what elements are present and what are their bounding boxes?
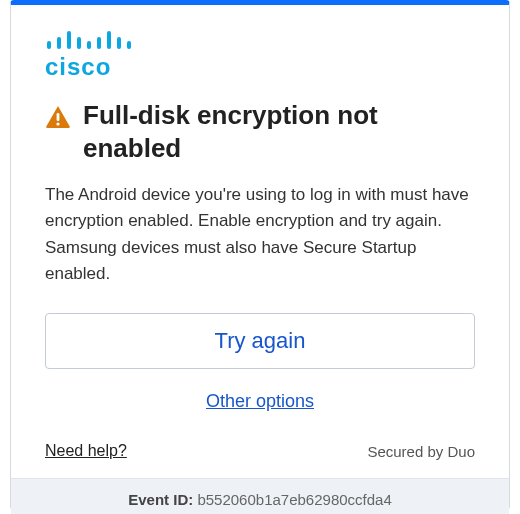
try-again-button[interactable]: Try again (45, 313, 475, 369)
svg-rect-0 (47, 41, 51, 49)
secondary-actions: Other options (45, 391, 475, 412)
need-help-link[interactable]: Need help? (45, 442, 127, 460)
alert-title: Full-disk encryption not enabled (83, 99, 475, 164)
svg-point-11 (56, 122, 59, 125)
event-id-value: b552060b1a7eb62980ccfda4 (197, 491, 391, 508)
footer: Need help? Secured by Duo (11, 428, 509, 478)
card-body: cisco Full-disk encryption not enabled T… (11, 5, 509, 428)
alert-description: The Android device you're using to log i… (45, 182, 475, 287)
svg-rect-10 (57, 113, 60, 121)
svg-rect-3 (77, 37, 81, 49)
alert-heading: Full-disk encryption not enabled (45, 99, 475, 164)
svg-rect-1 (57, 37, 61, 49)
svg-text:cisco: cisco (45, 53, 111, 79)
svg-rect-7 (117, 37, 121, 49)
svg-rect-4 (87, 41, 91, 49)
svg-rect-2 (67, 31, 71, 49)
warning-icon (45, 105, 71, 133)
event-id-bar: Event ID: b552060b1a7eb62980ccfda4 (11, 478, 509, 514)
secured-by-label: Secured by Duo (367, 443, 475, 460)
auth-prompt-card: cisco Full-disk encryption not enabled T… (10, 0, 510, 510)
event-id-label: Event ID: (128, 491, 193, 508)
svg-rect-8 (127, 41, 131, 49)
cisco-logo: cisco (45, 31, 475, 83)
svg-rect-6 (107, 31, 111, 49)
svg-rect-5 (97, 37, 101, 49)
other-options-link[interactable]: Other options (206, 391, 314, 411)
